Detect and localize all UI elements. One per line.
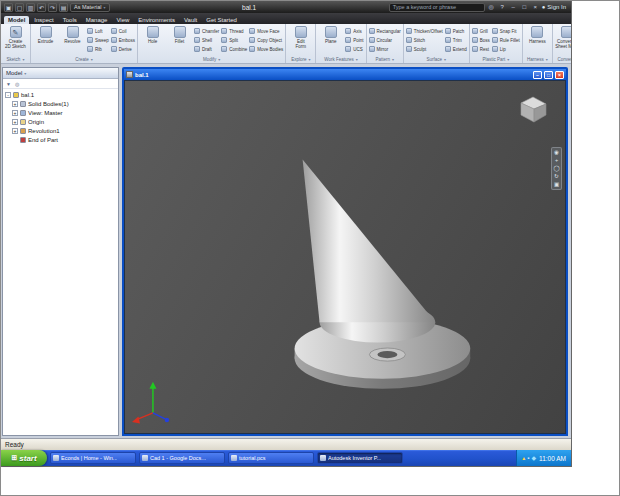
sculpt-button[interactable]: Sculpt [406, 46, 443, 52]
minimize-icon[interactable]: – [509, 3, 518, 12]
tree-expander-icon[interactable]: - [5, 92, 11, 98]
viewcube[interactable] [515, 95, 551, 125]
search-tree-icon[interactable]: ◎ [15, 81, 19, 87]
document-titlebar[interactable]: bal.1 – □ × [124, 69, 566, 80]
extend-button[interactable]: Extend [445, 46, 467, 52]
split-button[interactable]: Split [221, 37, 247, 43]
snap-fit-button[interactable]: Snap Fit [492, 28, 520, 34]
tab-manage[interactable]: Manage [82, 16, 112, 24]
close-icon[interactable]: × [531, 3, 540, 12]
panel-caption-modify[interactable]: Modify▾ [140, 55, 283, 63]
ucs-button[interactable]: UCS [345, 46, 363, 52]
minimize-icon[interactable]: – [533, 71, 542, 79]
sweep-button[interactable]: Sweep [87, 37, 109, 43]
combine-button[interactable]: Combine [221, 46, 247, 52]
tab-tools[interactable]: Tools [59, 16, 81, 24]
tree-expander-icon[interactable]: + [12, 101, 18, 107]
panel-caption-explore[interactable]: Explore▾ [288, 55, 313, 63]
move-face-button[interactable]: Move Face [249, 28, 283, 34]
panel-caption-surface[interactable]: Surface▾ [406, 55, 467, 63]
redo-icon[interactable]: ↷ [48, 3, 57, 12]
draft-button[interactable]: Draft [194, 46, 219, 52]
harness-button[interactable]: Harness [525, 25, 550, 55]
tab-inspect[interactable]: Inspect [30, 16, 57, 24]
rectangular-button[interactable]: Rectangular [369, 28, 401, 34]
revolve-button[interactable]: Revolve [60, 25, 85, 55]
trim-button[interactable]: Trim [445, 37, 467, 43]
move-bodies-button[interactable]: Move Bodies [249, 46, 283, 52]
tab-view[interactable]: View [112, 16, 133, 24]
3d-viewport[interactable]: ◉+◯↻▣ [124, 80, 566, 434]
axis-button[interactable]: Axis [345, 28, 363, 34]
browser-header[interactable]: Model ▾ [3, 68, 118, 79]
chamfer-button[interactable]: Chamfer [194, 28, 219, 34]
undo-icon[interactable]: ↶ [37, 3, 46, 12]
loft-button[interactable]: Loft [87, 28, 109, 34]
tab-vault[interactable]: Vault [180, 16, 201, 24]
hole-button[interactable]: Hole [140, 25, 165, 55]
panel-caption-sketch[interactable]: Sketch▾ [3, 55, 28, 63]
viewcube-home-icon[interactable]: ▣ [553, 181, 560, 188]
shell-button[interactable]: Shell [194, 37, 219, 43]
copy-object-button[interactable]: Copy Object [249, 37, 283, 43]
rib-button[interactable]: Rib [87, 46, 109, 52]
convert-to-sheet-metal-button[interactable]: Convert to Sheet Metal [555, 25, 571, 55]
extrude-button[interactable]: Extrude [33, 25, 58, 55]
plane-button[interactable]: Plane [318, 25, 343, 55]
taskbar-button-cad-1-google-docs[interactable]: Cad 1 - Google Docs... [139, 452, 225, 464]
start-button[interactable]: ⊞ start [1, 450, 47, 466]
panel-caption-create[interactable]: Create▾ [33, 55, 135, 63]
maximize-icon[interactable]: □ [544, 71, 553, 79]
create-2d-sketch-button[interactable]: ✎Create 2D Sketch [3, 25, 28, 55]
navigation-wheel-icon[interactable]: ◉ [553, 149, 560, 156]
derive-button[interactable]: Derive [111, 46, 135, 52]
circular-button[interactable]: Circular [369, 37, 401, 43]
stitch-button[interactable]: Stitch [406, 37, 443, 43]
coil-button[interactable]: Coil [111, 28, 135, 34]
emboss-button[interactable]: Emboss [111, 37, 135, 43]
sign-in-button[interactable]: ● Sign In [542, 4, 568, 10]
tray-icon-network[interactable]: ◆ [531, 453, 536, 463]
material-dropdown[interactable]: As Material ▾ [70, 3, 110, 12]
filter-icon[interactable]: ▼ [6, 81, 11, 87]
rest-button[interactable]: Rest [472, 46, 490, 52]
mirror-button[interactable]: Mirror [369, 46, 401, 52]
panel-caption-pattern[interactable]: Pattern▾ [369, 55, 401, 63]
taskbar-button-tutorial-pcs[interactable]: tutorial.pcs [228, 452, 314, 464]
zoom-icon[interactable]: ◯ [553, 165, 560, 172]
help-icon[interactable]: ? [498, 3, 507, 12]
pan-icon[interactable]: + [553, 157, 560, 164]
patch-button[interactable]: Patch [445, 28, 467, 34]
save-icon[interactable]: ▥ [26, 3, 35, 12]
search-input[interactable]: Type a keyword or phrase [389, 3, 485, 12]
panel-caption-work-features[interactable]: Work Features▾ [318, 55, 363, 63]
tree-expander-icon[interactable]: + [12, 119, 18, 125]
tree-item-view-master[interactable]: +View: Master [3, 108, 118, 117]
point-button[interactable]: Point [345, 37, 363, 43]
panel-caption-convert[interactable]: Convert▾ [555, 55, 571, 63]
maximize-icon[interactable]: □ [520, 3, 529, 12]
tree-expander-icon[interactable]: + [12, 128, 18, 134]
tree-item-revolution1[interactable]: +Revolution1 [3, 126, 118, 135]
close-icon[interactable]: × [555, 71, 564, 79]
search-go-icon[interactable]: ◎ [487, 3, 496, 12]
panel-caption-harness[interactable]: Harness▾ [525, 55, 550, 63]
tree-expander-icon[interactable]: + [12, 110, 18, 116]
cone-model[interactable] [125, 81, 565, 433]
new-file-icon[interactable]: ▢ [15, 3, 24, 12]
tray-icon-volume[interactable]: ▪ [527, 453, 529, 463]
tab-get-started[interactable]: Get Started [202, 16, 241, 24]
tab-environments[interactable]: Environments [134, 16, 179, 24]
taskbar-button-autodesk-inventor-p[interactable]: Autodesk Inventor P... [317, 452, 403, 464]
tree-item-origin[interactable]: +Origin [3, 117, 118, 126]
tree-item-bal-1[interactable]: -bal.1 [3, 90, 118, 99]
thread-button[interactable]: Thread [221, 28, 247, 34]
fillet-button[interactable]: Fillet [167, 25, 192, 55]
tree-item-end-of-part[interactable]: End of Part [3, 135, 118, 144]
panel-caption-plastic-part[interactable]: Plastic Part▾ [472, 55, 520, 63]
taskbar-button-econds-home-win[interactable]: Econds | Home - Win... [50, 452, 136, 464]
rule-fillet-button[interactable]: Rule Fillet [492, 37, 520, 43]
orbit-icon[interactable]: ↻ [553, 173, 560, 180]
app-menu-icon[interactable]: ▣ [4, 3, 13, 12]
tab-model[interactable]: Model [4, 16, 29, 24]
